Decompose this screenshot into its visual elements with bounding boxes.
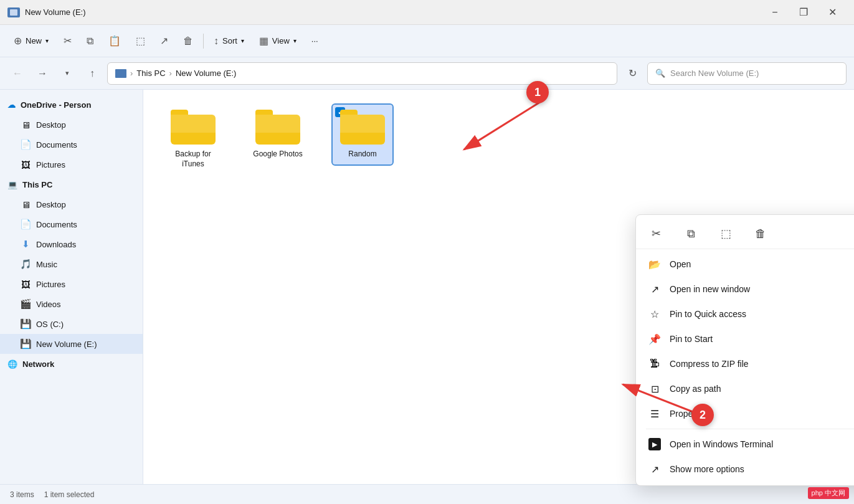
ctx-open-terminal[interactable]: ▶ Open in Windows Terminal <box>636 432 854 457</box>
breadcrumb-thispc: This PC <box>136 69 165 78</box>
breadcrumb-volume: New Volume (E:) <box>176 69 237 78</box>
ctx-delete-button[interactable]: 🗑 <box>751 224 771 244</box>
documents-od-icon: 📄 <box>20 139 31 150</box>
folder-label-backup: Backup for iTunes <box>175 150 211 169</box>
sidebar-item-onedrive[interactable]: ☁ OneDrive - Person <box>0 95 143 115</box>
maximize-button[interactable]: ❐ <box>789 2 818 22</box>
more-button[interactable]: ··· <box>305 30 325 52</box>
osc-icon: 💾 <box>20 318 31 330</box>
folder-label-googlephotos: Google Photos <box>253 150 302 159</box>
cut-button[interactable]: ✂ <box>57 30 78 52</box>
recent-button[interactable]: ▾ <box>57 64 77 83</box>
sidebar-item-network[interactable]: 🌐 Network <box>0 354 143 374</box>
ctx-open-new-window[interactable]: ↗ Open in new window <box>636 277 854 302</box>
downloads-pc-icon: ⬇ <box>20 239 31 250</box>
share-button[interactable]: ↗ <box>154 30 174 52</box>
new-dropdown-icon: ▾ <box>45 37 49 44</box>
status-items-count: 3 items <box>10 490 34 499</box>
title-bar: New Volume (E:) − ❐ ✕ <box>0 0 854 25</box>
ctx-compress-zip-label: Compress to ZIP file <box>670 359 854 369</box>
copy-button[interactable]: ⧉ <box>80 30 100 52</box>
folder-icon-backup <box>171 110 216 145</box>
sidebar-item-videos-pc[interactable]: 🎬 Videos <box>0 294 143 314</box>
sidebar-documents-od-label: Documents <box>36 140 77 150</box>
content-area: Backup for iTunes Google Photos Random ✂ <box>143 90 854 484</box>
ctx-open-new-window-icon: ↗ <box>648 283 661 295</box>
annotation-1: 1 <box>526 81 549 103</box>
ctx-pin-quick-access[interactable]: ☆ Pin to Quick access <box>636 302 854 326</box>
watermark: php 中文网 <box>808 487 849 499</box>
annotation-2-label: 2 <box>700 409 706 422</box>
ctx-copy-path-label: Copy as path <box>670 384 854 394</box>
ctx-open[interactable]: 📂 Open Enter <box>636 252 854 277</box>
sidebar-item-pictures-pc[interactable]: 🖼 Pictures <box>0 274 143 294</box>
close-button[interactable]: ✕ <box>818 2 847 22</box>
search-placeholder: Search New Volume (E:) <box>670 69 759 78</box>
ctx-properties[interactable]: ☰ Properties Alt+Enter <box>636 401 854 426</box>
paste-button[interactable]: 📋 <box>102 30 127 52</box>
sidebar-item-documents-pc[interactable]: 📄 Documents <box>0 214 143 234</box>
sidebar-item-thispc[interactable]: 💻 This PC <box>0 174 143 194</box>
ctx-open-terminal-icon: ▶ <box>648 438 661 450</box>
ctx-copy-path[interactable]: ⊡ Copy as path <box>636 376 854 401</box>
sort-label: Sort <box>222 36 237 45</box>
paste-icon: 📋 <box>108 35 121 47</box>
ctx-copy-button[interactable]: ⧉ <box>681 224 701 244</box>
sidebar-item-downloads-pc[interactable]: ⬇ Downloads <box>0 234 143 254</box>
folder-body-random <box>340 115 385 145</box>
delete-button[interactable]: 🗑 <box>177 30 199 52</box>
view-button[interactable]: ▦ View ▾ <box>253 30 303 52</box>
annotation-2-circle: 2 <box>691 404 714 426</box>
ctx-open-icon: 📂 <box>648 258 661 270</box>
window-title: New Volume (E:) <box>25 7 86 17</box>
new-button[interactable]: ⊕ New ▾ <box>7 30 55 52</box>
sidebar-item-pictures-od[interactable]: 🖼 Pictures <box>0 155 143 174</box>
sidebar-item-desktop-od[interactable]: 🖥 Desktop <box>0 115 143 135</box>
folder-googlephotos[interactable]: Google Photos <box>248 105 308 164</box>
ctx-pin-quick-access-label: Pin to Quick access <box>670 309 854 319</box>
sort-icon: ↕ <box>214 36 219 47</box>
ctx-compress-zip[interactable]: 🗜 Compress to ZIP file <box>636 351 854 376</box>
music-pc-icon: 🎵 <box>20 259 31 270</box>
forward-button[interactable]: → <box>32 64 52 83</box>
context-menu-toolbar: ✂ ⧉ ⬚ 🗑 <box>636 219 854 249</box>
ctx-show-more[interactable]: ↗ Show more options Shift+F10 <box>636 457 854 482</box>
videos-pc-icon: 🎬 <box>20 298 31 310</box>
sidebar: ☁ OneDrive - Person 🖥 Desktop 📄 Document… <box>0 90 143 484</box>
thispc-icon: 💻 <box>7 180 17 189</box>
sidebar-pictures-od-label: Pictures <box>36 160 65 169</box>
minimize-button[interactable]: − <box>761 2 789 22</box>
folder-random[interactable]: Random <box>333 105 392 164</box>
rename-icon: ⬚ <box>136 35 145 47</box>
folder-backup[interactable]: Backup for iTunes <box>163 105 223 174</box>
up-button[interactable]: ↑ <box>82 64 102 83</box>
sidebar-item-desktop-pc[interactable]: 🖥 Desktop <box>0 194 143 214</box>
rename-button[interactable]: ⬚ <box>130 30 151 52</box>
ctx-pin-start[interactable]: 📌 Pin to Start <box>636 326 854 351</box>
breadcrumb-separator-2: › <box>169 69 172 78</box>
ctx-rename-button[interactable]: ⬚ <box>716 224 736 244</box>
ctx-pin-quick-access-icon: ☆ <box>648 308 661 320</box>
sidebar-downloads-pc-label: Downloads <box>36 240 76 249</box>
ctx-cut-button[interactable]: ✂ <box>646 224 666 244</box>
pictures-pc-icon: 🖼 <box>20 278 31 290</box>
sidebar-item-newe[interactable]: 💾 New Volume (E:) <box>0 334 143 354</box>
ctx-copy-path-icon: ⊡ <box>648 383 661 395</box>
ctx-show-more-icon: ↗ <box>648 463 661 475</box>
sidebar-music-pc-label: Music <box>36 260 57 269</box>
folder-body-googlephotos <box>255 115 300 145</box>
toolbar: ⊕ New ▾ ✂ ⧉ 📋 ⬚ ↗ 🗑 ↕ Sort ▾ ▦ View ▾ ··… <box>0 25 854 57</box>
sidebar-item-music-pc[interactable]: 🎵 Music <box>0 254 143 274</box>
network-icon: 🌐 <box>7 359 17 369</box>
copy-icon: ⧉ <box>87 36 93 47</box>
back-button[interactable]: ← <box>7 64 27 83</box>
share-icon: ↗ <box>160 35 168 47</box>
onedrive-icon: ☁ <box>7 100 16 110</box>
search-box[interactable]: 🔍 Search New Volume (E:) <box>647 62 847 85</box>
refresh-button[interactable]: ↻ <box>622 64 642 83</box>
sidebar-item-documents-od[interactable]: 📄 Documents <box>0 135 143 155</box>
sidebar-item-osc[interactable]: 💾 OS (C:) <box>0 314 143 334</box>
sidebar-desktop-od-label: Desktop <box>36 120 66 130</box>
documents-pc-icon: 📄 <box>20 219 31 230</box>
sort-button[interactable]: ↕ Sort ▾ <box>207 30 250 52</box>
